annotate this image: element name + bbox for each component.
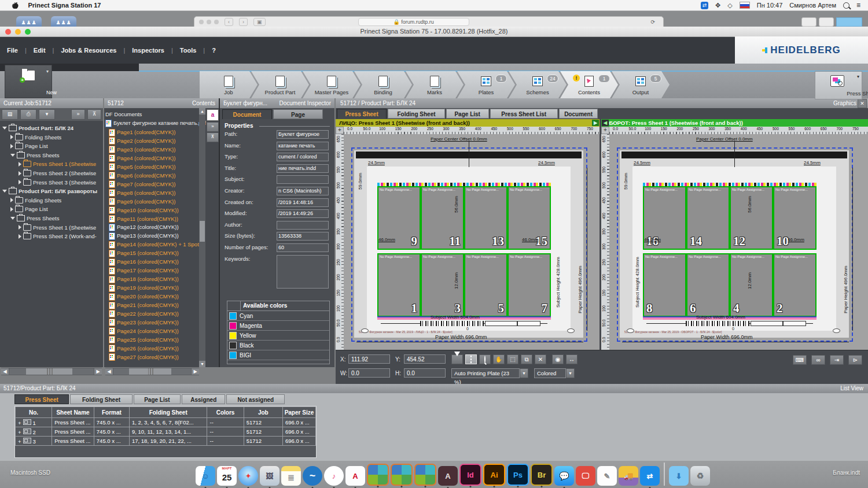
- contents-hscrollbar[interactable]: ◀ ▶: [105, 368, 199, 375]
- graphics-close-icon[interactable]: ✕: [858, 99, 867, 108]
- page-slot[interactable]: No Page Assignme...5: [464, 253, 507, 317]
- workflow-step-master-pages[interactable]: Master Pages: [303, 71, 361, 98]
- page-flip-tool[interactable]: ⧉: [521, 354, 532, 364]
- tree-item-page-list[interactable]: Page List: [10, 205, 48, 213]
- page-item[interactable]: Page1 (colored(CMYK)): [109, 128, 175, 136]
- field-created-on-[interactable]: /2019 14:48:16: [277, 198, 329, 207]
- page-item[interactable]: Page25 (colored(CMYK)): [109, 336, 179, 344]
- field-subject-[interactable]: [277, 175, 329, 184]
- ruler-origin-button[interactable]: +: [336, 127, 344, 134]
- dock-icon-trash[interactable]: ♻: [690, 466, 710, 486]
- page-item[interactable]: Page10 (colored(CMYK)): [109, 206, 179, 215]
- color-row-cyan[interactable]: Cyan: [227, 311, 329, 321]
- loupe-pair-button[interactable]: ∞: [811, 355, 825, 365]
- zoom-window-icon[interactable]: [25, 29, 31, 35]
- teamviewer-menubar-icon[interactable]: ⇄: [701, 2, 708, 9]
- sheet-title-bar[interactable]: ОБОРОТ: Press Sheet 1 (Sheetwise (front …: [601, 119, 868, 127]
- tab-page[interactable]: Page: [273, 109, 323, 119]
- input-language-flag-icon[interactable]: [740, 2, 750, 9]
- list-view-label[interactable]: List View: [840, 384, 863, 393]
- table-row[interactable]: +3Press Sheet ...745.0 x ...17, 18, 19, …: [16, 437, 316, 446]
- tab-not-assigned[interactable]: Not assigned: [226, 394, 285, 404]
- save-button[interactable]: ▤: [2, 109, 18, 120]
- workflow-step-job[interactable]: Job: [200, 71, 258, 98]
- page-item[interactable]: Page6 (colored(CMYK)): [109, 172, 175, 180]
- column-header[interactable]: Format: [94, 407, 129, 418]
- tab-press-sheet-list[interactable]: Press Sheet List: [490, 109, 558, 119]
- workflow-step-plates[interactable]: 1Plates: [457, 71, 515, 98]
- minimize-window-icon[interactable]: [15, 29, 21, 35]
- tab-assigned[interactable]: Assigned: [182, 394, 225, 404]
- field-author-[interactable]: [277, 221, 329, 230]
- scroll-up-icon[interactable]: ▲: [199, 108, 205, 114]
- dock-icon-shipping[interactable]: 🚚: [619, 466, 638, 486]
- color-row-yellow[interactable]: Yellow: [227, 331, 329, 341]
- menu-item-jobs-resources[interactable]: Jobs & Resources: [54, 47, 123, 54]
- column-header[interactable]: Colors: [207, 407, 244, 418]
- field-creator-[interactable]: n CS6 (Macintosh): [277, 187, 329, 195]
- tree-expander-icon[interactable]: [19, 234, 21, 239]
- tree-expander-icon[interactable]: [10, 154, 15, 157]
- y-field[interactable]: 454.52: [404, 354, 446, 364]
- browser-reload-icon[interactable]: ⟳: [650, 19, 655, 25]
- tree-item-product-part-блк-24[interactable]: Product Part: БЛК 24: [2, 124, 73, 132]
- ruler-origin-button[interactable]: +: [601, 127, 609, 134]
- tab-page-list[interactable]: Page List: [134, 394, 181, 404]
- tree-expander-icon[interactable]: [19, 180, 21, 184]
- close-window-icon[interactable]: [5, 29, 11, 35]
- dock-icon-indesign[interactable]: Id: [459, 464, 481, 486]
- dock-icon-acrobat-dark[interactable]: A: [438, 466, 458, 486]
- scroll-down-icon[interactable]: ▼: [199, 361, 205, 367]
- browser-back-icon[interactable]: ‹: [225, 18, 233, 26]
- page-slot[interactable]: No Page Assignme...2: [773, 253, 816, 317]
- preview-beam-button[interactable]: ⊳: [848, 355, 862, 365]
- desktop-file-name[interactable]: Бланк.indt: [833, 469, 860, 476]
- tab-document[interactable]: Document: [559, 109, 598, 119]
- dock-icon-openoffice[interactable]: ~: [303, 466, 322, 486]
- page-item[interactable]: Page17 (colored(CMYK)): [109, 267, 179, 275]
- page-slot[interactable]: No Page Assignme...14: [686, 186, 730, 250]
- page-slot[interactable]: No Page Assignme...1: [377, 253, 421, 317]
- job-menu-button[interactable]: ▾: [39, 109, 55, 120]
- dock-icon-photoshop[interactable]: Ps: [507, 464, 529, 486]
- tree-item-press-sheet-1-sheetwise[interactable]: Press Sheet 1 (Sheetwise: [19, 223, 96, 232]
- tree-item-press-sheet-3-sheetwise[interactable]: Press Sheet 3 (Sheetwise: [19, 178, 96, 187]
- page-item[interactable]: Page22 (colored(CMYK)): [109, 310, 179, 318]
- dock-icon-music[interactable]: ♪: [324, 466, 344, 486]
- field-number-of-pages-[interactable]: 60: [277, 243, 329, 252]
- tree-item-press-sheet-2-work-and-[interactable]: Press Sheet 2 (Work-and-: [19, 232, 97, 241]
- page-item[interactable]: Page9 (colored(CMYK)): [109, 198, 175, 206]
- page-item[interactable]: Page15 (colored(CMYK)): [109, 249, 179, 257]
- workflow-step-schemes[interactable]: 24Schemes: [509, 71, 567, 98]
- tab-document[interactable]: Document: [222, 109, 272, 119]
- tree-item-folding-sheets[interactable]: Folding Sheets: [10, 133, 61, 142]
- workflow-step-output[interactable]: 5Output: [612, 71, 670, 98]
- window-controls[interactable]: [5, 29, 31, 35]
- page-item[interactable]: Page27 (colored(CMYK)): [109, 353, 179, 361]
- page-item[interactable]: Page20 (colored(CMYK)): [109, 293, 179, 301]
- page-item[interactable]: Page7 (colored(CMYK)): [109, 180, 175, 188]
- menu-item-inspectors[interactable]: Inspectors: [125, 47, 171, 54]
- tree-expander-icon[interactable]: [19, 225, 21, 230]
- press-sheet-dropdown-arrow-icon[interactable]: ▾: [857, 74, 859, 79]
- select-tool[interactable]: [451, 354, 463, 364]
- workflow-step-marks[interactable]: Marks: [406, 71, 464, 98]
- accessibility-icon[interactable]: ✥: [715, 2, 720, 9]
- h-field[interactable]: 0.0: [404, 368, 446, 378]
- dock-icon-bridge[interactable]: Br: [531, 464, 553, 486]
- scroll-left-icon[interactable]: ◀: [1, 368, 9, 375]
- sidecar-icon[interactable]: ◇: [727, 2, 732, 9]
- tree-expander-icon[interactable]: [10, 207, 13, 212]
- page-item[interactable]: Page11 (colored(CMYK)): [109, 215, 178, 223]
- tree-item-press-sheet-1-sheetwise[interactable]: Press Sheet 1 (Sheetwise: [19, 160, 96, 168]
- field-modified-[interactable]: /2019 14:49:26: [277, 209, 329, 218]
- page-item[interactable]: Page13 (colored(CMYK)): [109, 232, 179, 240]
- field-title-[interactable]: ние печать.indd: [277, 164, 329, 173]
- page-slot[interactable]: No Page Assignme...6: [686, 253, 730, 317]
- pin-button[interactable]: ⊼: [87, 109, 101, 120]
- new-dropdown-arrow-icon[interactable]: ▾: [46, 69, 49, 74]
- contents-vscrollbar[interactable]: ▲ ▼: [199, 108, 205, 367]
- measure-tool[interactable]: ↔: [566, 354, 578, 364]
- menu-item-file[interactable]: File: [0, 47, 25, 54]
- field-path-[interactable]: Буклет фигурное: [277, 130, 329, 139]
